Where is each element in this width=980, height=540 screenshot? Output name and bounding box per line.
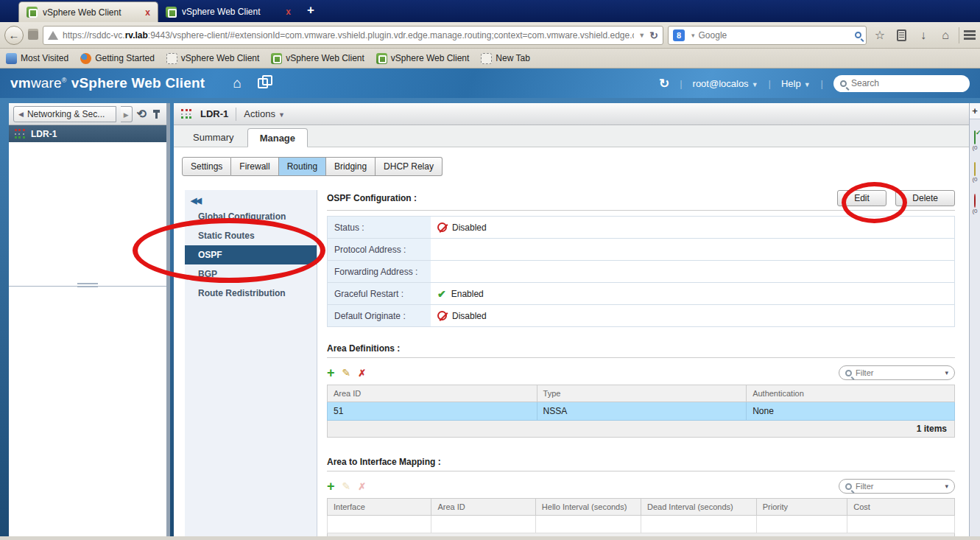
subtab-bridging[interactable]: Bridging bbox=[326, 157, 376, 176]
bookmark-vsphere-1[interactable]: vSphere Web Client bbox=[166, 53, 260, 64]
add-icon[interactable]: + bbox=[327, 368, 335, 378]
routing-toc: ◀◀ Global Configuration Static Routes OS… bbox=[185, 190, 317, 536]
bookmark-vsphere-2[interactable]: vSphere Web Client bbox=[271, 53, 364, 64]
subtab-routing[interactable]: Routing bbox=[279, 157, 326, 176]
subtab-firewall[interactable]: Firewall bbox=[231, 157, 278, 176]
bookmark-new-tab[interactable]: New Tab bbox=[481, 53, 529, 64]
new-tab-button[interactable]: + bbox=[307, 3, 314, 18]
ospf-detail: OSPF Configuration : Edit Delete Status … bbox=[327, 190, 955, 536]
filter-input[interactable] bbox=[856, 482, 938, 491]
column-header-hello-interval[interactable]: Hello Interval (seconds) bbox=[535, 499, 641, 516]
user-menu[interactable]: root@localos▼ bbox=[693, 78, 758, 89]
app-search-input[interactable] bbox=[851, 78, 963, 88]
work-in-progress-badge[interactable]: (0 bbox=[970, 163, 980, 183]
filter-dropdown-icon[interactable]: ▾ bbox=[945, 483, 948, 490]
column-header-authentication[interactable]: Authentication bbox=[747, 385, 955, 402]
launcher-icon[interactable] bbox=[258, 78, 268, 88]
filter-dropdown-icon[interactable]: ▾ bbox=[945, 369, 948, 376]
filter-box[interactable]: ▾ bbox=[839, 479, 955, 494]
filter-box[interactable]: ▾ bbox=[839, 365, 955, 380]
engine-dropdown-icon[interactable]: ▾ bbox=[691, 32, 695, 39]
filter-search-icon bbox=[845, 370, 852, 376]
panel-splitter[interactable] bbox=[9, 286, 166, 287]
delete-x-icon[interactable]: ✗ bbox=[358, 368, 366, 379]
refresh-icon[interactable]: ↻ bbox=[659, 76, 669, 91]
app-home-icon[interactable]: ⌂ bbox=[233, 75, 241, 91]
edit-pencil-icon[interactable]: ✎ bbox=[342, 367, 351, 379]
tab-close-icon[interactable]: x bbox=[286, 7, 291, 17]
area-definitions-header: Area Definitions : bbox=[327, 343, 955, 358]
tree-item-ldr-1[interactable]: LDR-1 bbox=[9, 125, 166, 142]
url-dropdown-icon[interactable]: ▼ bbox=[638, 32, 645, 39]
column-header-area-id[interactable]: Area ID bbox=[431, 499, 535, 516]
table-row[interactable]: 51 NSSA None bbox=[328, 402, 955, 421]
navigator-breadcrumb[interactable]: ◀Networking & Sec... bbox=[13, 106, 116, 122]
toc-item-route-redistribution[interactable]: Route Redistribution bbox=[185, 284, 317, 303]
tab-summary[interactable]: Summary bbox=[181, 127, 246, 147]
back-button[interactable]: ← bbox=[4, 26, 24, 45]
subtab-settings[interactable]: Settings bbox=[182, 157, 231, 176]
filter-input[interactable] bbox=[856, 368, 938, 377]
area-mapping-table: Interface Area ID Hello Interval (second… bbox=[327, 498, 955, 533]
recent-pages-icon[interactable] bbox=[28, 31, 38, 40]
browser-tab-1[interactable]: vSphere Web Client x bbox=[18, 1, 158, 22]
toc-item-global-configuration[interactable]: Global Configuration bbox=[185, 207, 317, 226]
subtab-dhcp-relay[interactable]: DHCP Relay bbox=[376, 157, 443, 176]
reload-icon[interactable]: ↻ bbox=[649, 29, 658, 41]
column-header-type[interactable]: Type bbox=[537, 385, 747, 402]
column-header-priority[interactable]: Priority bbox=[756, 499, 847, 516]
site-security-icon[interactable] bbox=[48, 31, 58, 40]
bookmarks-menu-icon[interactable] bbox=[897, 29, 906, 41]
tree-body bbox=[9, 142, 166, 536]
ospf-config-header: OSPF Configuration : Edit Delete bbox=[327, 190, 955, 211]
url-bar[interactable]: https://rsddc-vc.rv.lab:9443/vsphere-cli… bbox=[43, 26, 663, 45]
column-header-interface[interactable]: Interface bbox=[328, 499, 431, 516]
home-icon[interactable]: ⌂ bbox=[937, 29, 954, 42]
tab-manage[interactable]: Manage bbox=[247, 128, 308, 147]
bookmark-star-icon[interactable]: ☆ bbox=[871, 28, 889, 42]
add-icon[interactable]: + bbox=[327, 481, 335, 491]
right-side-panel: + (0 (0 (0 bbox=[969, 103, 980, 540]
expand-panel-button[interactable]: + bbox=[970, 103, 980, 119]
bookmark-most-visited[interactable]: Most Visited bbox=[6, 53, 68, 64]
bottom-strip bbox=[0, 536, 980, 540]
app-search-box[interactable] bbox=[833, 75, 970, 92]
pin-icon[interactable] bbox=[155, 110, 158, 119]
menu-icon[interactable] bbox=[964, 30, 976, 40]
downloads-icon[interactable]: ↓ bbox=[914, 29, 932, 42]
toc-collapse-icon[interactable]: ◀◀ bbox=[185, 194, 317, 207]
disabled-icon bbox=[437, 311, 447, 320]
recent-tasks-badge[interactable]: (0 bbox=[970, 131, 980, 151]
url-text: https://rsddc-vc.rv.lab:9443/vsphere-cli… bbox=[63, 30, 634, 41]
help-menu[interactable]: Help▼ bbox=[781, 78, 811, 89]
enabled-icon: ✔ bbox=[437, 288, 446, 300]
delete-button[interactable]: Delete bbox=[895, 190, 955, 206]
generic-page-icon bbox=[481, 53, 492, 64]
search-icon[interactable] bbox=[855, 32, 861, 38]
toc-item-static-routes[interactable]: Static Routes bbox=[185, 226, 317, 245]
bookmark-getting-started[interactable]: Getting Started bbox=[80, 53, 155, 64]
toc-item-ospf[interactable]: OSPF bbox=[185, 245, 317, 264]
column-header-dead-interval[interactable]: Dead Interval (seconds) bbox=[641, 499, 756, 516]
vsphere-favicon bbox=[166, 7, 177, 18]
column-header-cost[interactable]: Cost bbox=[847, 499, 955, 516]
browser-tab-2[interactable]: vSphere Web Client x bbox=[158, 1, 298, 22]
bookmark-vsphere-3[interactable]: vSphere Web Client bbox=[376, 53, 470, 64]
app-body: ◀Networking & Sec... ▶ ⟲ LDR-1 LDR-1 Act… bbox=[0, 98, 980, 540]
toc-item-bgp[interactable]: BGP bbox=[185, 264, 317, 284]
navigator-forward-button[interactable]: ▶ bbox=[121, 106, 133, 122]
search-engine-icon[interactable]: 8 bbox=[673, 29, 685, 41]
browser-search-input[interactable] bbox=[699, 30, 851, 41]
section-title: Area Definitions : bbox=[327, 343, 400, 354]
history-icon[interactable]: ⟲ bbox=[137, 107, 147, 121]
browser-search-bar[interactable]: 8 ▾ bbox=[668, 26, 867, 45]
separator bbox=[236, 108, 236, 121]
column-header-area-id[interactable]: Area ID bbox=[328, 385, 537, 402]
actions-menu[interactable]: Actions▼ bbox=[244, 108, 285, 119]
manage-content: Settings Firewall Routing Bridging DHCP … bbox=[174, 147, 969, 536]
edit-button[interactable]: Edit bbox=[837, 190, 886, 206]
object-tabs: Summary Manage bbox=[174, 125, 969, 147]
alarms-badge[interactable]: (0 bbox=[970, 194, 980, 214]
browser-tab-strip: vSphere Web Client x vSphere Web Client … bbox=[0, 0, 980, 22]
tab-close-icon[interactable]: x bbox=[145, 7, 150, 18]
